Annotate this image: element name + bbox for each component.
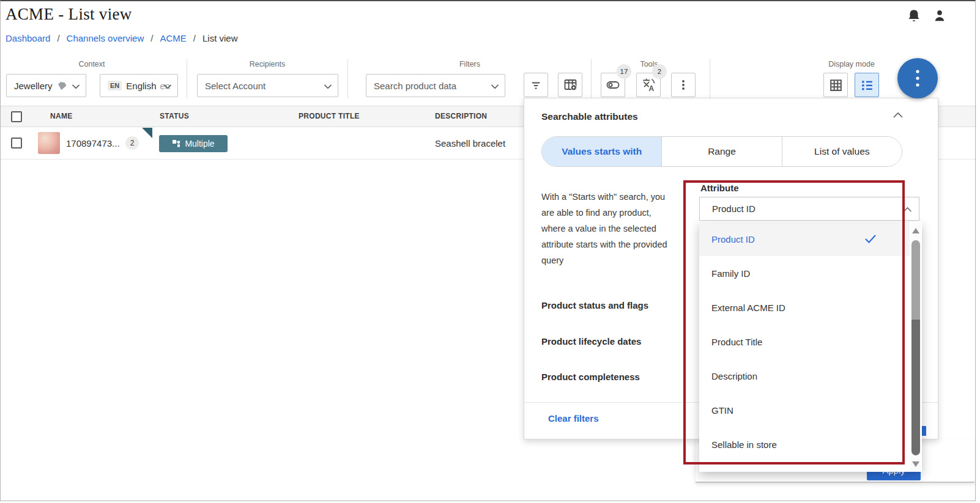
breadcrumb-separator: / (193, 33, 196, 43)
breadcrumb: Dashboard / Channels overview / ACME / L… (6, 33, 238, 43)
section-label-recipients: Recipients (250, 60, 285, 68)
column-header-name: NAME (50, 112, 73, 120)
checkmark-icon (865, 235, 876, 243)
column-header-description: DESCRIPTION (435, 112, 487, 120)
more-vertical-icon (915, 68, 921, 89)
toolbar-divider (591, 59, 592, 98)
breadcrumb-dashboard[interactable]: Dashboard (6, 33, 50, 43)
toggle-pill-icon (605, 78, 621, 92)
row-checkbox[interactable] (11, 138, 22, 149)
product-name: 170897473... (66, 138, 120, 149)
option-label: Sellable in store (711, 439, 777, 450)
option-label: Product Title (711, 337, 762, 347)
breadcrumb-current: List view (202, 33, 238, 43)
status-label: Multiple (185, 139, 214, 149)
toolbar-divider (710, 59, 710, 98)
starts-with-help-text: With a "Starts with" search, you are abl… (541, 189, 671, 268)
clear-filters-link[interactable]: Clear filters (548, 413, 599, 424)
svg-text:A: A (649, 84, 655, 93)
option-product-id[interactable]: Product ID (699, 222, 910, 256)
section-label-context: Context (78, 60, 105, 68)
dropdown-scrollbar[interactable] (911, 223, 921, 471)
bell-icon[interactable] (906, 7, 922, 24)
tab-values-starts-with[interactable]: Values starts with (542, 137, 661, 166)
breadcrumb-separator: / (57, 33, 59, 43)
breadcrumb-channels-overview[interactable]: Channels overview (67, 33, 144, 43)
variant-count-badge: 2 (125, 136, 139, 150)
column-settings-button[interactable] (558, 73, 582, 97)
filter-lines-icon (529, 78, 543, 92)
toggle-count-badge: 17 (617, 64, 631, 79)
option-sellable-in-store[interactable]: Sellable in store (699, 427, 910, 461)
translate-icon: A (640, 77, 656, 93)
locale-code-badge: EN (108, 81, 122, 90)
more-tools-button[interactable] (671, 73, 696, 97)
display-mode-grid-button[interactable] (823, 73, 848, 97)
table-columns-eye-icon (563, 78, 578, 92)
corner-marker (142, 128, 152, 138)
breadcrumb-acme[interactable]: ACME (160, 33, 186, 43)
multiple-values-icon (172, 139, 180, 148)
scrollbar-thumb[interactable] (911, 240, 920, 455)
recipients-account-select[interactable]: Select Account (197, 74, 338, 97)
tab-list-of-values[interactable]: List of values (782, 137, 902, 166)
option-family-id[interactable]: Family ID (699, 256, 910, 290)
option-gtin[interactable]: GTIN (699, 393, 910, 427)
column-header-product-title: PRODUCT TITLE (299, 112, 360, 120)
toolbar-divider (187, 59, 187, 98)
status-badge: Multiple (159, 135, 228, 152)
jewel-icon (57, 81, 67, 91)
translate-count-badge: 2 (652, 64, 667, 79)
option-description[interactable]: Description (699, 359, 910, 393)
locale-value: English (126, 81, 156, 91)
attribute-select[interactable]: Product ID (699, 197, 919, 221)
scroll-up-arrow-icon[interactable] (912, 228, 919, 233)
breadcrumb-separator: / (150, 33, 153, 43)
floating-actions-button[interactable] (897, 58, 938, 98)
product-description: Seashell bracelet (435, 138, 505, 149)
context-category-select[interactable]: Jewellery (6, 74, 86, 97)
list-view-icon (859, 78, 875, 93)
filter-button[interactable] (524, 73, 548, 97)
search-mode-tabs: Values starts with Range List of values (541, 136, 902, 167)
context-category-value: Jewellery (14, 81, 53, 91)
search-placeholder: Search product data (374, 81, 456, 91)
search-product-data-select[interactable]: Search product data (366, 74, 505, 97)
section-label-display-mode: Display mode (828, 60, 875, 68)
section-product-status-and-flags[interactable]: Product status and flags (541, 300, 648, 310)
chevron-up-icon[interactable] (893, 112, 903, 118)
panel-title: Searchable attributes (541, 111, 638, 122)
column-header-status: STATUS (160, 112, 189, 120)
option-label: Family ID (711, 268, 750, 279)
attribute-selected-value: Product ID (712, 204, 755, 214)
attribute-options-popup: Product ID Family ID External ACME ID Pr… (699, 222, 922, 472)
user-icon[interactable] (932, 7, 948, 24)
option-label: Product ID (711, 234, 755, 244)
attribute-label: Attribute (700, 183, 739, 193)
more-vertical-icon (676, 78, 691, 92)
toolbar-divider (347, 59, 348, 98)
chevron-down-icon (324, 84, 332, 89)
chevron-down-icon (491, 84, 499, 89)
recipients-placeholder: Select Account (205, 81, 265, 91)
product-thumbnail (38, 132, 60, 154)
chevron-down-icon (164, 84, 171, 89)
display-mode-list-button[interactable] (855, 73, 879, 97)
option-product-title[interactable]: Product Title (699, 325, 910, 359)
page-title: ACME - List view (6, 5, 132, 24)
option-label: GTIN (711, 405, 733, 416)
section-product-completeness[interactable]: Product completeness (541, 372, 640, 382)
section-product-lifecycle-dates[interactable]: Product lifecycle dates (541, 336, 641, 347)
section-label-filters: Filters (459, 60, 480, 68)
option-external-acme-id[interactable]: External ACME ID (699, 290, 910, 325)
option-label: Description (711, 371, 757, 381)
tab-range[interactable]: Range (661, 137, 781, 166)
context-locale-select[interactable]: EN English en (100, 74, 178, 97)
chevron-down-icon (72, 84, 80, 89)
chevron-up-icon (904, 207, 911, 212)
grid-view-icon (828, 78, 844, 93)
option-label: External ACME ID (711, 303, 785, 313)
scroll-down-arrow-icon[interactable] (912, 461, 919, 467)
select-all-checkbox[interactable] (11, 111, 22, 122)
